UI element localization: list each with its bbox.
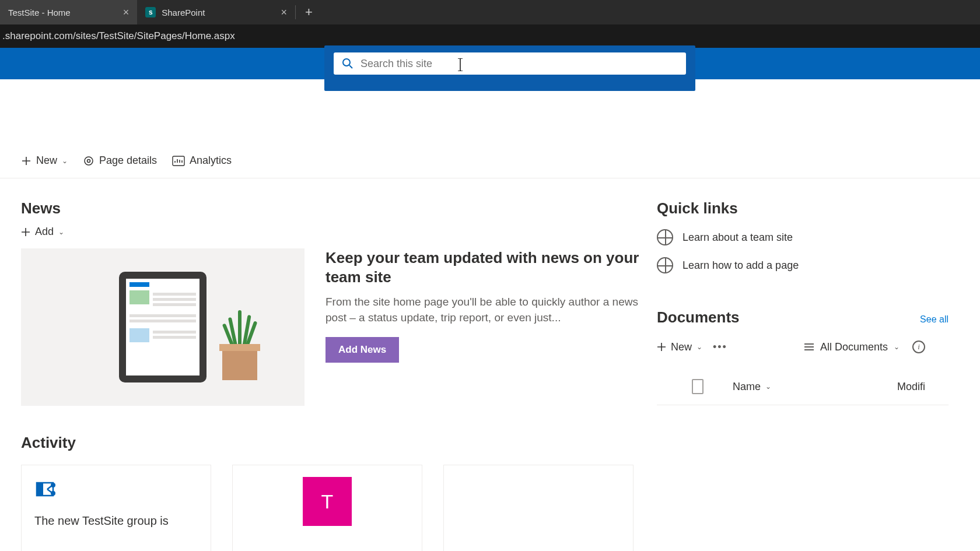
column-name[interactable]: Name ⌄ (733, 381, 771, 393)
documents-toolbar: New ⌄ ••• All Documents ⌄ i (657, 341, 949, 353)
search-input[interactable] (360, 58, 678, 70)
svg-point-0 (343, 59, 350, 66)
close-icon[interactable]: × (281, 6, 287, 19)
more-icon[interactable]: ••• (713, 341, 727, 353)
quicklink-item[interactable]: Learn about a team site (657, 229, 949, 245)
chevron-down-icon: ⌄ (58, 228, 64, 236)
plus-icon (657, 342, 666, 352)
plus-icon (21, 227, 30, 237)
column-name-label: Name (733, 381, 761, 393)
analytics-button[interactable]: Analytics (172, 155, 232, 167)
page-details-button[interactable]: Page details (83, 155, 157, 167)
quicklink-label: Learn how to add a page (682, 259, 799, 272)
activity-text: The new TestSite group is (34, 513, 198, 528)
chevron-down-icon: ⌄ (696, 343, 702, 351)
see-all-link[interactable]: See all (920, 314, 949, 325)
analytics-icon (172, 156, 185, 166)
plus-icon (21, 156, 32, 166)
quicklinks-heading: Quick links (657, 199, 949, 217)
svg-point-3 (88, 159, 90, 162)
plant-illustration (219, 310, 260, 380)
list-icon (804, 343, 814, 351)
share-icon (34, 478, 59, 503)
activity-card[interactable]: The new TestSite group is (21, 465, 211, 551)
activity-heading: Activity (21, 434, 651, 452)
new-tab-button[interactable]: + (296, 5, 322, 20)
add-news-dropdown[interactable]: Add ⌄ (21, 226, 651, 238)
column-modified[interactable]: Modifi (897, 381, 949, 393)
search-box[interactable] (334, 52, 686, 75)
new-label: New (36, 155, 57, 167)
news-heading: News (21, 199, 651, 217)
tab-title: SharePoint (162, 8, 205, 17)
chevron-down-icon: ⌄ (765, 382, 771, 391)
search-icon (342, 58, 354, 69)
svg-rect-6 (37, 483, 43, 496)
activity-card[interactable]: T (232, 465, 422, 551)
documents-heading: Documents (657, 308, 740, 327)
quicklink-label: Learn about a team site (682, 231, 793, 244)
add-label: Add (35, 226, 54, 238)
info-icon[interactable]: i (912, 341, 925, 353)
add-news-button[interactable]: Add News (326, 337, 399, 363)
activity-card[interactable] (443, 465, 634, 551)
svg-line-1 (349, 65, 352, 68)
new-button[interactable]: New ⌄ (21, 155, 68, 167)
news-promo-title: Keep your team updated with news on your… (326, 248, 651, 286)
news-promo-body: From the site home page you'll be able t… (326, 294, 651, 325)
url-text: .sharepoint.com/sites/TestSite/SitePages… (2, 30, 235, 42)
documents-column-headers: Name ⌄ Modifi (657, 379, 949, 405)
news-placeholder-image (21, 248, 304, 406)
browser-tab-2[interactable]: s SharePoint × (137, 0, 295, 24)
browser-tab-strip: TestSite - Home × s SharePoint × + (0, 0, 980, 24)
view-label: All Documents (820, 341, 888, 353)
column-modified-label: Modifi (897, 381, 925, 392)
document-icon (692, 379, 704, 394)
close-icon[interactable]: × (123, 6, 130, 19)
page-details-label: Page details (99, 155, 157, 167)
command-bar: New ⌄ Page details Analytics (0, 143, 980, 178)
quicklink-item[interactable]: Learn how to add a page (657, 257, 949, 273)
svg-point-2 (85, 157, 93, 165)
documents-new-button[interactable]: New ⌄ (657, 341, 702, 353)
suite-header (0, 48, 980, 79)
chevron-down-icon: ⌄ (62, 157, 68, 165)
chevron-down-icon: ⌄ (894, 343, 900, 351)
tab-title: TestSite - Home (8, 8, 71, 17)
svg-rect-4 (173, 156, 184, 166)
documents-new-label: New (671, 341, 692, 353)
site-tile-icon: T (303, 477, 352, 526)
view-selector[interactable]: All Documents ⌄ (804, 341, 900, 353)
globe-icon (657, 257, 673, 273)
analytics-label: Analytics (190, 155, 232, 167)
sharepoint-icon: s (145, 7, 156, 17)
browser-tab-1[interactable]: TestSite - Home × (0, 0, 137, 24)
gear-icon (83, 155, 94, 167)
address-bar[interactable]: .sharepoint.com/sites/TestSite/SitePages… (0, 24, 980, 48)
globe-icon (657, 229, 673, 245)
